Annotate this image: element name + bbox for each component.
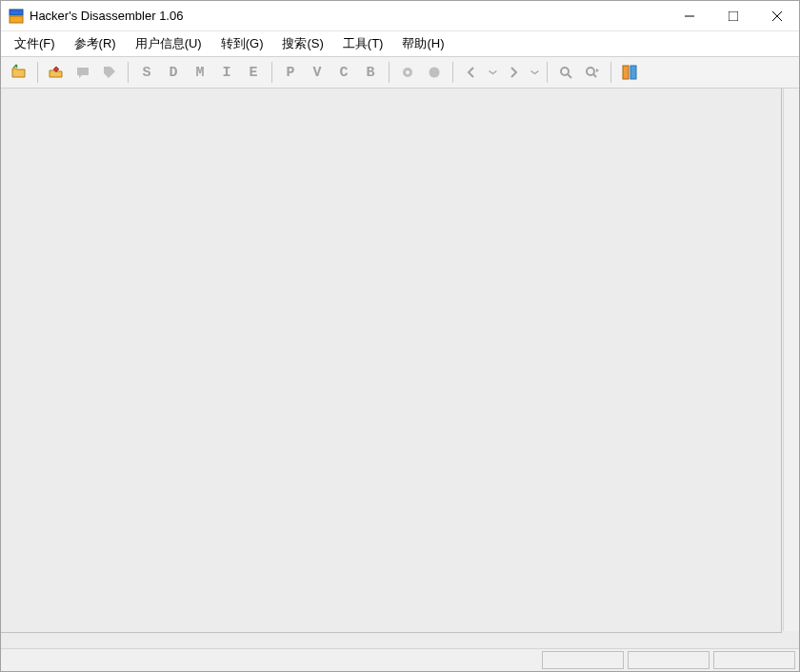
close-button[interactable] [755, 1, 799, 30]
letter-v-button[interactable]: V [305, 60, 330, 85]
toolbar-separator [37, 62, 38, 83]
letter-b-button[interactable]: B [358, 60, 383, 85]
svg-rect-0 [10, 10, 23, 15]
letter-m-button[interactable]: M [188, 60, 212, 85]
export-button[interactable] [44, 60, 69, 85]
toolbar-separator [547, 62, 548, 83]
window-title: Hacker's Disassembler 1.06 [30, 9, 668, 23]
menu-help[interactable]: 帮助(H) [394, 33, 451, 54]
tag-button[interactable] [97, 60, 122, 85]
nav-forward-dropdown[interactable] [528, 60, 541, 85]
toolbar-separator [128, 62, 129, 83]
letter-e-button[interactable]: E [241, 60, 266, 85]
open-file-button[interactable] [7, 60, 31, 85]
menu-refs[interactable]: 参考(R) [67, 33, 124, 54]
comment-button[interactable] [70, 60, 95, 85]
app-window: Hacker's Disassembler 1.06 文件(F) 参考(R) 用… [0, 0, 800, 672]
nav-forward-button[interactable] [501, 60, 526, 85]
status-pane-3 [713, 651, 795, 669]
letter-s-button[interactable]: S [134, 60, 159, 85]
toolbar: S D M I E P V C B [1, 56, 799, 89]
menu-user[interactable]: 用户信息(U) [128, 33, 210, 54]
svg-point-10 [587, 68, 594, 75]
nav-back-dropdown[interactable] [486, 60, 499, 85]
menu-tools[interactable]: 工具(T) [335, 33, 391, 54]
status-pane-1 [542, 651, 624, 669]
letter-p-button[interactable]: P [278, 60, 303, 85]
menubar: 文件(F) 参考(R) 用户信息(U) 转到(G) 搜索(S) 工具(T) 帮助… [1, 31, 799, 56]
toolbar-separator [389, 62, 390, 83]
menu-file[interactable]: 文件(F) [7, 33, 63, 54]
svg-point-8 [561, 68, 569, 75]
window-controls [668, 1, 799, 30]
minimize-button[interactable] [668, 1, 711, 30]
menu-search[interactable]: 搜索(S) [274, 33, 330, 54]
status-pane-2 [628, 651, 710, 669]
search-next-button[interactable] [580, 60, 605, 85]
content-area [1, 89, 799, 671]
blob-icon[interactable] [422, 60, 447, 85]
svg-rect-13 [630, 66, 636, 79]
svg-rect-1 [10, 16, 23, 23]
maximize-button[interactable] [711, 1, 755, 30]
svg-line-9 [568, 74, 571, 78]
disassembly-view[interactable] [1, 89, 782, 633]
app-icon [9, 9, 24, 24]
letter-c-button[interactable]: C [331, 60, 356, 85]
vertical-scrollbar[interactable] [783, 89, 799, 631]
svg-line-11 [593, 74, 596, 77]
svg-rect-3 [729, 11, 738, 21]
toolbar-separator [452, 62, 453, 83]
module-view-button[interactable] [617, 60, 642, 85]
svg-rect-12 [623, 66, 629, 79]
gear-icon[interactable] [395, 60, 420, 85]
letter-d-button[interactable]: D [161, 60, 186, 85]
search-button[interactable] [553, 60, 578, 85]
statusbar [1, 648, 799, 671]
menu-goto[interactable]: 转到(G) [213, 33, 271, 54]
nav-back-button[interactable] [459, 60, 484, 85]
toolbar-separator [271, 62, 272, 83]
svg-point-7 [406, 70, 410, 74]
letter-i-button[interactable]: I [214, 60, 239, 85]
toolbar-separator [610, 62, 611, 83]
titlebar: Hacker's Disassembler 1.06 [1, 1, 799, 31]
